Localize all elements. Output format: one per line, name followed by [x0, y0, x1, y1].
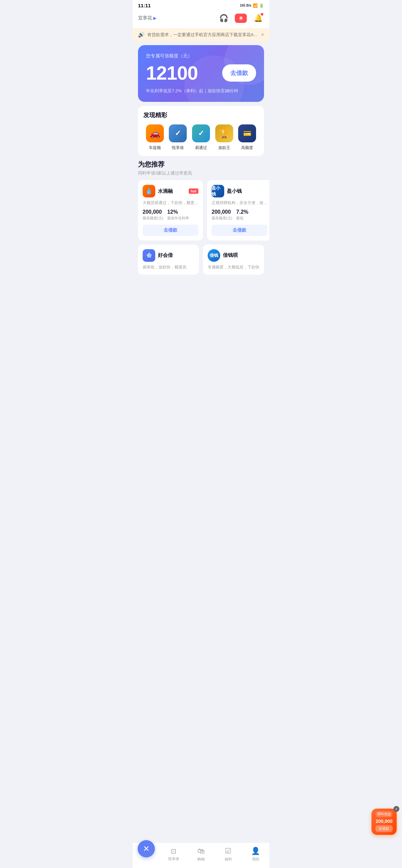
yingxiaoqian-desc: 正规持牌机构，安全方便，放…: [212, 200, 267, 206]
notice-text: 有贷款需求，一定要通过手机官方应用商店下载宜享花APP，: [147, 32, 258, 38]
shuidirong-max-amount-label: 最高额度(元): [143, 216, 163, 221]
discover-section: 发现精彩 🚗 车提额 ✓ 悦享借 ✓ 易通过 🏆 放款王 💳 高额度: [138, 106, 264, 156]
recommend-subtitle: 同时申请3家以上通过率更高: [138, 170, 264, 176]
notice-banner: 🔊 有贷款需求，一定要通过手机官方应用商店下载宜享花APP， ×: [133, 28, 269, 41]
chevron-icon: ▶: [153, 16, 156, 21]
wifi-icon: 📶: [253, 3, 258, 8]
recommend-section: 为您推荐 同时申请3家以上通过率更高 💧 水滴融 hot 大额贷易通过，下款快，…: [138, 160, 264, 241]
yingxiaoqian-stats: 200,000 最高额度(元) 7.2% 最低: [212, 209, 267, 221]
feature-fangkuanwang[interactable]: 🏆 放款王: [215, 124, 233, 151]
bell-button[interactable]: 🔔: [252, 12, 264, 24]
product-card-haohujie: 会 好会借 易审批，放款快，额度高: [138, 245, 199, 275]
bell-badge: [261, 13, 264, 16]
yingxiaoqian-min-rate-label: 最低: [236, 216, 248, 221]
network-speed: 165 B/s: [240, 4, 251, 7]
yingxiaoqian-name: 盈小钱: [227, 188, 242, 194]
feature-gaoedu[interactable]: 💳 高额度: [238, 124, 256, 151]
feature-yuexiangjie-label: 悦享借: [172, 145, 184, 151]
status-bar: 11:11 165 B/s 📶 🔋: [133, 0, 269, 10]
yingxiaoqian-min-rate: 7.2%: [236, 209, 248, 215]
nav-item-fuli[interactable]: ☑ 福利: [215, 847, 242, 862]
product-card-shuidirong: 💧 水滴融 hot 大额贷易通过，下款快，额度… 200,000 最高额度(元)…: [138, 180, 203, 241]
shuidirong-min-rate: 12%: [167, 209, 189, 215]
shuidirong-borrow-button[interactable]: 去借款: [143, 225, 198, 236]
wode-nav-label: 我的: [252, 857, 259, 862]
jieqianlo-desc: 专属额度，大额低息，下款快: [208, 265, 259, 270]
speaker-icon: 🔊: [138, 32, 145, 38]
status-icons: 165 B/s 📶 🔋: [240, 3, 264, 8]
hot-badge: hot: [189, 188, 198, 194]
credit-card: 您专属可借额度（元） 12100 去借款 年化利率低至7.2%（单利）起｜放款快…: [138, 45, 264, 102]
feature-yitonguo[interactable]: ✓ 易通过: [192, 124, 210, 151]
app-title: 宜享花 ▶: [138, 15, 156, 21]
product-card-jieqianlo: 借钱 借钱呗 专属额度，大额低息，下款快: [203, 245, 264, 275]
nav-item-wode[interactable]: 👤 我的: [242, 847, 269, 862]
shuidirong-min-rate-label: 最低年化利率: [167, 216, 189, 221]
shuidirong-name: 水滴融: [158, 188, 173, 194]
bottom-nav: ✕ ⊡ 悦享借 🛍 购物 ☑ 福利 👤 我的: [133, 842, 269, 868]
credit-amount: 12100: [146, 62, 198, 84]
haohujie-name: 好会借: [158, 252, 173, 258]
headset-button[interactable]: 🎧: [218, 12, 229, 24]
nav-center-btn[interactable]: ✕: [133, 840, 160, 857]
gouwu-nav-icon: 🛍: [197, 847, 205, 856]
fuli-nav-icon: ☑: [225, 847, 231, 856]
shuidirong-stats: 200,000 最高额度(元) 12% 最低年化利率: [143, 209, 198, 221]
feature-car[interactable]: 🚗 车提额: [146, 124, 164, 151]
more-products-grid: 会 好会借 易审批，放款快，额度高 借钱 借钱呗 专属额度，大额低息，下款快: [138, 245, 264, 275]
yuexiangjie-icon: ✓: [169, 124, 187, 142]
wode-nav-icon: 👤: [251, 847, 260, 856]
product-card-yingxiaoqian: 盈小钱 盈小钱 正规持牌机构，安全方便，放… 200,000 最高额度(元) 7…: [207, 180, 269, 241]
gouwu-nav-label: 购物: [197, 857, 205, 862]
center-btn-circle[interactable]: ✕: [137, 840, 155, 857]
recommend-title: 为您推荐: [138, 160, 264, 169]
nav-item-gouwu[interactable]: 🛍 购物: [187, 847, 215, 862]
shuidirong-logo: 💧: [143, 185, 155, 197]
discover-title: 发现精彩: [143, 111, 259, 119]
feature-car-label: 车提额: [149, 145, 161, 151]
yitonguo-icon: ✓: [192, 124, 210, 142]
jieqianlo-logo: 借钱: [208, 249, 220, 262]
yingxiaoqian-borrow-button[interactable]: 去借款: [212, 225, 267, 236]
feature-gaoedu-label: 高额度: [241, 145, 253, 151]
haohujie-desc: 易审批，放款快，额度高: [143, 265, 194, 270]
jieqianlo-name: 借钱呗: [223, 252, 238, 258]
yingxiaoqian-max-amount-label: 最高额度(元): [212, 216, 232, 221]
header-actions: 🎧 券 🔔: [218, 12, 264, 24]
battery-icon: 🔋: [259, 3, 264, 8]
feature-yitonguo-label: 易通过: [195, 145, 207, 151]
haohujie-logo: 会: [143, 249, 155, 262]
fangkuanwang-icon: 🏆: [215, 124, 233, 142]
notice-close-button[interactable]: ×: [261, 32, 264, 38]
nav-item-yuexiangjie[interactable]: ⊡ 悦享借: [160, 847, 187, 861]
products-grid: 💧 水滴融 hot 大额贷易通过，下款快，额度… 200,000 最高额度(元)…: [138, 180, 264, 241]
credit-label: 您专属可借额度（元）: [146, 53, 256, 59]
header: 宜享花 ▶ 🎧 券 🔔: [133, 10, 269, 28]
feature-yuexiangjie[interactable]: ✓ 悦享借: [169, 124, 187, 151]
yingxiaoqian-logo: 盈小钱: [212, 185, 224, 197]
yingxiaoqian-max-amount: 200,000: [212, 209, 232, 215]
borrow-button[interactable]: 去借款: [222, 64, 256, 82]
credit-desc: 年化利率低至7.2%（单利）起｜放款快至10分钟: [146, 88, 256, 94]
yuexiangjie-nav-icon: ⊡: [171, 847, 177, 855]
shuidirong-max-amount: 200,000: [143, 209, 163, 215]
fuli-nav-label: 福利: [224, 857, 232, 862]
yuexiangjie-nav-label: 悦享借: [168, 857, 179, 861]
features-grid: 🚗 车提额 ✓ 悦享借 ✓ 易通过 🏆 放款王 💳 高额度: [143, 124, 259, 151]
status-time: 11:11: [138, 3, 151, 8]
coupon-button[interactable]: 券: [235, 13, 247, 23]
feature-fangkuanwang-label: 放款王: [218, 145, 230, 151]
car-icon: 🚗: [146, 124, 164, 142]
shuidirong-desc: 大额贷易通过，下款快，额度…: [143, 200, 198, 206]
gaoedu-icon: 💳: [238, 124, 256, 142]
